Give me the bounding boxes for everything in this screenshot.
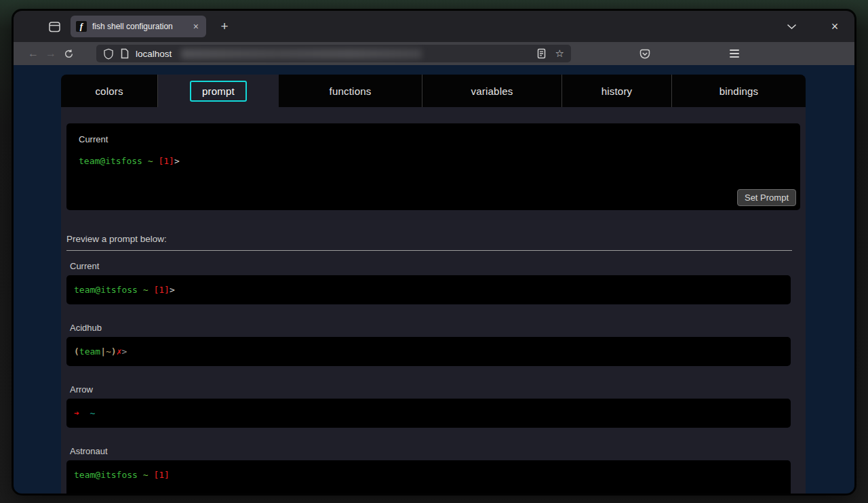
preview-box-acidhub[interactable]: (team|~)✗>: [66, 337, 791, 366]
prompt-segment: team@itsfoss: [74, 470, 138, 480]
tab-variables[interactable]: variables: [422, 75, 562, 107]
current-prompt-label: Current: [79, 134, 788, 144]
prompt-segment: ~: [106, 346, 111, 357]
preview-label-acidhub: Acidhub: [66, 323, 800, 333]
new-tab-button[interactable]: +: [216, 19, 233, 34]
preview-box-astronaut[interactable]: team@itsfoss ~ [1]: [66, 460, 791, 494]
prompt-segment: >: [174, 156, 180, 166]
url-bar[interactable]: localhost ☆: [96, 45, 571, 62]
current-prompt-line: team@itsfoss ~ [1]>: [79, 156, 788, 166]
prompt-segment: ~: [142, 156, 158, 166]
preview-list: Currentteam@itsfoss ~ [1]>Acidhub(team|~…: [66, 261, 800, 494]
fish-tab-strip: colorspromptfunctionsvariableshistorybin…: [61, 75, 806, 107]
prompt-segment: [1]: [158, 156, 174, 166]
divider: [66, 250, 792, 251]
tab-label: variables: [471, 85, 513, 97]
firefox-view-icon[interactable]: [47, 20, 61, 33]
prompt-segment: |: [100, 346, 106, 357]
preview-label-arrow: Arrow: [66, 384, 800, 395]
preview-heading: Preview a prompt below:: [66, 234, 800, 244]
reload-button[interactable]: [64, 49, 81, 59]
browser-tab[interactable]: f fish shell configuration ×: [71, 16, 206, 37]
forward-button[interactable]: →: [42, 47, 60, 60]
tab-functions[interactable]: functions: [279, 75, 422, 107]
bookmark-star-icon[interactable]: ☆: [555, 47, 564, 60]
tab-label: functions: [330, 85, 372, 97]
page-info-icon[interactable]: [120, 48, 130, 59]
set-prompt-button[interactable]: Set Prompt: [737, 189, 796, 206]
chevron-down-icon[interactable]: [781, 24, 802, 30]
tab-bindings[interactable]: bindings: [672, 75, 806, 107]
prompt-segment: team@itsfoss: [74, 285, 138, 295]
prompt-panel: Current team@itsfoss ~ [1]> Set Prompt P…: [61, 107, 806, 494]
prompt-segment: >: [170, 285, 175, 295]
tab-label: colors: [95, 85, 123, 97]
pocket-icon[interactable]: [639, 48, 651, 60]
prompt-segment: (: [74, 346, 79, 357]
current-prompt-box: Current team@itsfoss ~ [1]> Set Prompt: [66, 123, 800, 210]
browser-window: f fish shell configuration × + × ← →: [14, 11, 854, 494]
prompt-segment: team@itsfoss: [79, 156, 142, 166]
prompt-segment: ): [111, 346, 117, 357]
prompt-segment: [1]: [153, 285, 169, 295]
prompt-segment: ~: [138, 285, 153, 295]
prompt-segment: ➔: [74, 408, 79, 418]
preview-label-current: Current: [66, 261, 800, 271]
fish-favicon: f: [76, 21, 87, 32]
tab-label: bindings: [719, 85, 758, 97]
reader-mode-icon[interactable]: [537, 48, 546, 59]
browser-toolbar: ← → localhost ☆: [14, 42, 854, 65]
prompt-segment: ~: [138, 470, 153, 480]
close-tab-icon[interactable]: ×: [191, 21, 201, 32]
page-viewport: colorspromptfunctionsvariableshistorybin…: [14, 65, 854, 494]
shield-icon[interactable]: [103, 48, 114, 60]
prompt-segment: team: [79, 346, 100, 357]
preview-box-arrow[interactable]: ➔ ~: [66, 399, 791, 428]
back-button[interactable]: ←: [24, 47, 42, 60]
tab-prompt[interactable]: prompt: [158, 75, 279, 107]
prompt-segment: >: [121, 346, 127, 357]
prompt-segment: ~: [79, 408, 95, 418]
prompt-segment: ✗: [117, 346, 122, 357]
tab-colors[interactable]: colors: [61, 75, 158, 107]
browser-tab-title: fish shell configuration: [92, 22, 191, 31]
window-close-button[interactable]: ×: [825, 20, 845, 34]
tab-label: prompt: [190, 81, 247, 102]
menu-hamburger-icon[interactable]: [730, 49, 739, 58]
prompt-segment: [1]: [153, 470, 169, 480]
preview-label-astronaut: Astronaut: [66, 446, 800, 456]
browser-titlebar: f fish shell configuration × + ×: [14, 11, 854, 42]
url-host-text: localhost: [136, 49, 172, 59]
preview-box-current[interactable]: team@itsfoss ~ [1]>: [66, 275, 791, 304]
tab-label: history: [601, 85, 633, 97]
redacted-url-blur: [181, 49, 422, 59]
desktop-background: f fish shell configuration × + × ← →: [0, 0, 868, 503]
tab-history[interactable]: history: [562, 75, 672, 107]
